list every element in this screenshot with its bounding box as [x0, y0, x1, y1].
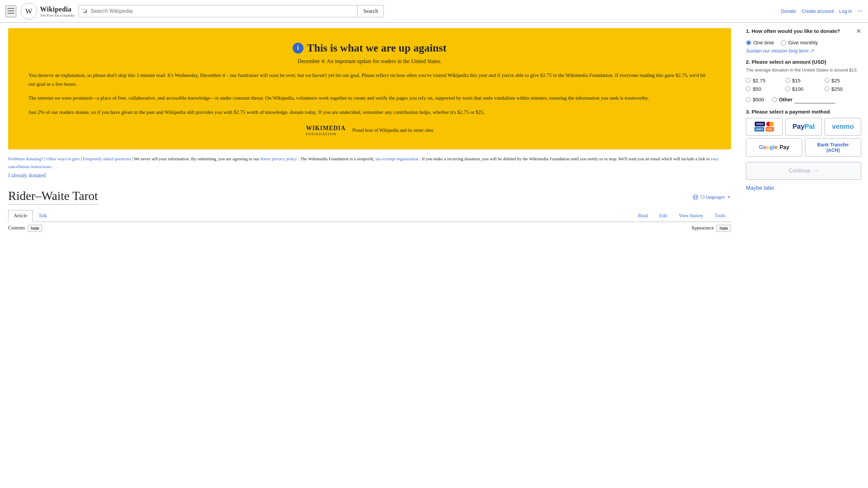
menu-button[interactable] — [5, 5, 16, 17]
footer-period: . — [52, 164, 53, 169]
card-row-bottom: AMEX DISC — [754, 127, 774, 131]
frequency-one-time-radio[interactable] — [746, 40, 751, 45]
footer-nonprofit-text: . The Wikimedia Foundation is a nonprofi… — [298, 156, 374, 161]
payment-card-button[interactable]: VISA AMEX DISC — [746, 118, 783, 136]
wikimedia-logo-text: WIKIMEDIA — [306, 125, 346, 132]
amount-other-row: $500 Other — [746, 96, 861, 103]
languages-count: 13 languages — [700, 195, 725, 200]
banner-paragraph2: The internet we were promised—a place of… — [28, 94, 711, 103]
paypal-icon: PayPal — [792, 123, 815, 130]
article-tabs: Article Talk Read Edit View history Tool… — [8, 210, 731, 222]
amount-100-radio[interactable] — [785, 86, 790, 91]
page-body: i This is what we are up against Decembe… — [0, 23, 868, 237]
venmo-icon: venmo — [832, 123, 854, 130]
tax-exempt-link[interactable]: tax-exempt organization — [376, 156, 418, 161]
logo-text: Wikipedia The Free Encyclopedia — [40, 5, 75, 17]
frequency-monthly-radio[interactable] — [781, 40, 786, 45]
amount-250-label[interactable]: $250 — [825, 86, 861, 92]
amount-2-75-label[interactable]: $2.75 — [746, 78, 783, 83]
widget-header: 1. How often would you like to donate? ✕ — [746, 28, 861, 34]
chevron-down-icon — [727, 195, 731, 199]
amount-2-75-text: $2.75 — [753, 78, 766, 83]
other-ways-link[interactable]: Other ways to give — [46, 156, 80, 161]
tab-tools[interactable]: Tools — [709, 210, 731, 222]
contents-hide-button[interactable]: hide — [28, 225, 42, 232]
widget-step2-sublabel: The average donation in the United State… — [746, 67, 861, 74]
donation-widget: 1. How often would you like to donate? ✕… — [739, 23, 868, 197]
amount-other-label[interactable]: Other — [772, 96, 835, 103]
amount-250-text: $250 — [831, 86, 843, 92]
privacy-link[interactable]: donor privacy policy — [260, 156, 297, 161]
already-donated-link[interactable]: I already donated — [8, 172, 46, 178]
search-input[interactable] — [91, 5, 354, 17]
frequency-monthly-text: Give monthly — [788, 40, 818, 45]
svg-rect-1 — [7, 11, 14, 11]
amount-other-text: Other — [779, 97, 792, 102]
payment-venmo-button[interactable]: venmo — [825, 118, 861, 136]
maybe-later-link[interactable]: Maybe later — [746, 185, 774, 191]
amount-2-75-radio[interactable] — [746, 78, 751, 83]
visa-icon: VISA — [755, 122, 765, 126]
tab-read[interactable]: Read — [632, 210, 654, 222]
footer-links: Problems donating? | Other ways to give … — [8, 155, 731, 181]
frequency-one-time-label[interactable]: One time — [746, 40, 774, 45]
continue-button[interactable]: Continue → — [746, 162, 861, 180]
mission-link-text: Sustain our mission long term — [746, 48, 808, 54]
mission-link[interactable]: Sustain our mission long term ↗ — [746, 48, 861, 54]
payment-bank-transfer-button[interactable]: Bank Transfer(ACH) — [805, 138, 861, 157]
header-nav: Donate Create account Log in ··· — [781, 7, 863, 15]
tab-edit[interactable]: Edit — [654, 210, 673, 222]
amount-other-radio[interactable] — [772, 97, 777, 102]
continue-arrow-icon: → — [813, 168, 818, 174]
tab-view-history[interactable]: View history — [673, 210, 709, 222]
logo-subtitle: The Free Encyclopedia — [40, 13, 75, 17]
article-languages[interactable]: 13 languages — [693, 195, 731, 200]
main-content: i This is what we are up against Decembe… — [0, 23, 739, 237]
svg-rect-0 — [7, 8, 14, 9]
frequency-monthly-label[interactable]: Give monthly — [781, 40, 818, 45]
amount-25-text: $25 — [831, 78, 840, 83]
amount-25-radio[interactable] — [825, 78, 829, 83]
card-row-top: VISA — [755, 122, 773, 126]
svg-text:W: W — [25, 7, 33, 15]
info-icon: i — [293, 43, 303, 54]
banner-title-text: This is what we are up against — [307, 42, 447, 54]
amount-50-radio[interactable] — [746, 86, 751, 91]
appearance-hide-button[interactable]: hide — [716, 225, 731, 232]
widget-close-button[interactable]: ✕ — [856, 28, 861, 34]
donate-link[interactable]: Donate — [781, 8, 796, 14]
amount-500-radio[interactable] — [746, 97, 751, 102]
faq-link[interactable]: Frequently asked questions — [83, 156, 131, 161]
login-link[interactable]: Log in — [839, 8, 852, 14]
amount-15-radio[interactable] — [785, 78, 790, 83]
svg-rect-2 — [7, 13, 14, 14]
amount-100-text: $100 — [792, 86, 803, 92]
search-button[interactable]: Search — [357, 5, 383, 17]
payment-gpay-button[interactable]: Google Pay — [746, 138, 802, 157]
wikimedia-proud-text: Proud host of Wikipedia and its sister s… — [352, 128, 433, 133]
mastercard-icon — [766, 122, 774, 126]
more-menu-icon[interactable]: ··· — [857, 7, 863, 15]
amount-100-label[interactable]: $100 — [785, 86, 822, 92]
discover-icon: DISC — [766, 127, 774, 131]
amount-15-label[interactable]: $15 — [785, 78, 822, 83]
amount-15-text: $15 — [792, 78, 801, 83]
banner-subtitle: December 4: An important update for read… — [28, 58, 711, 64]
amount-50-label[interactable]: $50 — [746, 86, 783, 92]
amount-250-radio[interactable] — [825, 86, 829, 91]
amount-50-text: $50 — [753, 86, 761, 92]
problems-donating-link[interactable]: Problems donating? — [8, 156, 43, 161]
create-account-link[interactable]: Create account — [802, 8, 834, 14]
widget-step3-label: 3. Please select a payment method — [746, 109, 861, 115]
tab-article[interactable]: Article — [8, 210, 33, 222]
banner-title: i This is what we are up against — [28, 42, 711, 54]
amount-25-label[interactable]: $25 — [825, 78, 861, 83]
payment-paypal-button[interactable]: PayPal — [785, 118, 822, 136]
amount-500-text: $500 — [753, 97, 764, 102]
contents-bar: Contents hide Appearance hide — [8, 225, 731, 232]
tab-talk[interactable]: Talk — [33, 210, 53, 222]
logo-link[interactable]: W Wikipedia The Free Encyclopedia — [20, 3, 75, 20]
payment-methods-grid2: Google Pay Bank Transfer(ACH) — [746, 138, 861, 157]
amount-other-input[interactable] — [794, 96, 835, 103]
amount-500-label[interactable]: $500 — [746, 97, 764, 102]
